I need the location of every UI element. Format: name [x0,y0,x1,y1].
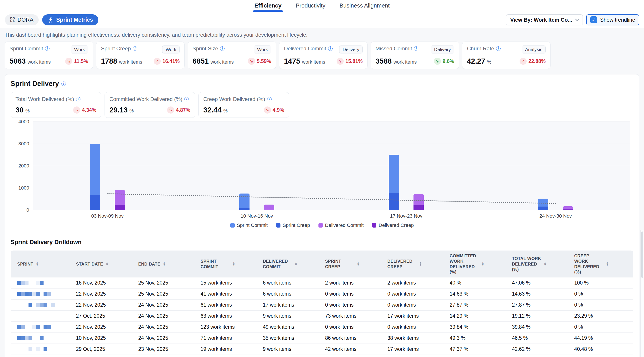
scrollbar-thumb[interactable] [641,232,643,278]
cell-sprint-creep: 2 work items [322,278,384,289]
show-trendline-toggle[interactable]: ✓ Show trendline [586,14,639,25]
info-icon[interactable]: i [62,81,66,86]
metric-value-number: 32.44 [203,106,222,114]
trendline [33,122,630,210]
info-icon[interactable]: i [133,46,137,51]
cell-sprint [10,289,73,300]
cell-sprint-creep: 86 work items [322,333,384,344]
y-axis-tick-3000: 3000 [18,141,29,147]
table-row[interactable]: 22 Nov, 202525 Nov, 202541 work items6 w… [10,289,634,300]
legend-label: Sprint Commit [237,222,268,228]
page-scrollbar[interactable] [640,230,644,357]
metric-value: 6851work items [192,57,234,65]
top-tab-bar: EfficiencyProductivityBusiness Alignment [0,0,644,12]
sprint-delivery-title: Sprint Delivery [10,80,59,88]
legend-item-sprint-commit[interactable]: Sprint Commit [230,222,268,228]
column-header-label: Delivered Creep [388,259,416,269]
trend-up-icon: ↗ [154,58,161,65]
cell-creep-pct: 0 % [571,322,634,333]
metric-card-title-text: Creep Work Delivered (%) [203,96,265,102]
table-row[interactable]: 22 Nov, 202524 Nov, 2025123 work items49… [10,322,634,333]
cell-start-date: 16 Nov, 2025 [73,278,135,289]
cell-sprint-commit: 123 work items [197,322,260,333]
trendline-checkbox[interactable]: ✓ [590,16,597,23]
sort-icon: ▲▼ [294,262,297,266]
column-header-end-date[interactable]: End Date▲▼ [135,251,198,278]
table-row[interactable]: 11 Nov, 202521 Nov, 202540 work items12 … [10,355,634,357]
metric-card-title: Total Work Delivered (%)i [16,96,80,102]
cell-committed-pct: 47.37 % [447,344,509,355]
legend-item-delivered-creep[interactable]: Delivered Creep [372,222,414,228]
sort-down-icon: ▼ [544,264,546,266]
column-header-delivered-commit[interactable]: Delivered Commit▲▼ [260,251,322,278]
cell-sprint-creep: 42 work items [322,344,384,355]
legend-label: Delivered Commit [325,222,364,228]
column-header-delivered-creep[interactable]: Delivered Creep▲▼ [384,251,447,278]
cell-sprint [10,278,73,289]
metric-delta: ↘4.9% [264,106,284,114]
legend-item-sprint-creep[interactable]: Sprint Creep [276,222,310,228]
cell-delivered-creep: 0 work items [384,355,447,357]
info-icon[interactable]: i [414,46,418,51]
dora-icon: DORA [10,17,15,22]
view-by-dropdown[interactable]: View By: Work Item Co... [506,14,583,25]
chevron-down-icon [575,17,579,21]
cell-delivered-creep: 38 work items [384,333,447,344]
tab-productivity[interactable]: Productivity [295,0,326,12]
cell-committed-pct: 49.3 % [447,333,509,344]
cell-end-date: 24 Nov, 2025 [135,311,198,322]
sort-down-icon: ▼ [606,264,609,266]
cell-sprint-commit: 61 work items [197,300,260,311]
info-icon[interactable]: i [76,97,80,101]
cell-committed-pct: 14.63 % [447,289,509,300]
cell-sprint-creep: 0 work items [322,322,384,333]
metric-card-title-text: Sprint Size [192,45,218,52]
table-row[interactable]: 10 Nov, 202524 Nov, 202571 work items35 … [10,333,634,344]
dora-button[interactable]: DORA DORA [5,14,39,25]
table-row[interactable]: 27 Oct, 202524 Nov, 202563 work items9 w… [10,311,634,322]
cell-start-date: 22 Nov, 2025 [73,322,135,333]
legend-swatch [276,223,280,228]
tab-business-alignment[interactable]: Business Alignment [339,0,390,12]
legend-item-delivered-commit[interactable]: Delivered Commit [318,222,364,228]
tab-efficiency[interactable]: Efficiency [254,0,282,12]
column-header-sprint[interactable]: Sprint▲▼ [10,251,73,278]
sprint-metrics-button-label: Sprint Metrics [56,16,93,23]
info-icon[interactable]: i [184,97,189,101]
cell-end-date: 25 Nov, 2025 [135,289,198,300]
view-by-value: View By: Work Item Co... [510,17,572,23]
metric-value: 1788work items [101,57,142,65]
column-header-label: Creep Work Delivered (%) [574,253,603,275]
metric-card-title: Delivered Commiti [284,45,332,52]
cell-delivered-commit: 9 work items [260,344,322,355]
sort-down-icon: ▼ [106,264,108,266]
info-icon[interactable]: i [220,46,224,51]
column-header-creep-work-delivered[interactable]: Creep Work Delivered (%)▲▼ [571,251,634,278]
trend-down-icon: ↘ [167,106,174,114]
info-icon[interactable]: i [267,97,272,101]
cell-total-pct: 14.63 % [509,289,571,300]
info-icon[interactable]: i [496,46,500,51]
column-header-committed-work-delivered[interactable]: Committed Work Delivered (%)▲▼ [447,251,509,278]
category-badge: Work [71,45,88,53]
info-icon[interactable]: i [45,46,50,51]
metric-card-churn-rate: Churn RateiAnalysis42.27%↗22.88% [462,41,550,69]
redacted-sprint-name [17,336,70,340]
metric-card-sprint-size: Sprint SizeiWork6851work items↘5.59% [188,41,276,69]
sprint-metrics-button[interactable]: Sprint Metrics [42,14,98,25]
sort-icon: ▲▼ [419,262,422,266]
cell-start-date: 29 Oct, 2025 [73,344,135,355]
table-row[interactable]: 29 Oct, 202523 Nov, 202519 work items9 w… [10,344,634,355]
cell-total-pct: 47.06 % [509,278,571,289]
cell-end-date: 21 Nov, 2025 [135,355,198,357]
metric-delta-percent: 4.87% [176,107,190,113]
table-row[interactable]: 22 Nov, 202524 Nov, 202561 work items17 … [10,300,634,311]
sort-icon: ▲▼ [606,262,609,266]
column-header-sprint-commit[interactable]: Sprint Commit▲▼ [197,251,260,278]
metric-card-creep-work-delivered: Creep Work Delivered (%)i32.44%↘4.9% [198,92,289,118]
info-icon[interactable]: i [328,46,332,51]
column-header-sprint-creep[interactable]: Sprint Creep▲▼ [322,251,384,278]
column-header-total-work-delivered[interactable]: Total Work Delivered (%)▲▼ [509,251,571,278]
column-header-start-date[interactable]: Start Date▲▼ [73,251,135,278]
table-row[interactable]: 16 Nov, 202525 Nov, 202515 work items6 w… [10,278,634,289]
